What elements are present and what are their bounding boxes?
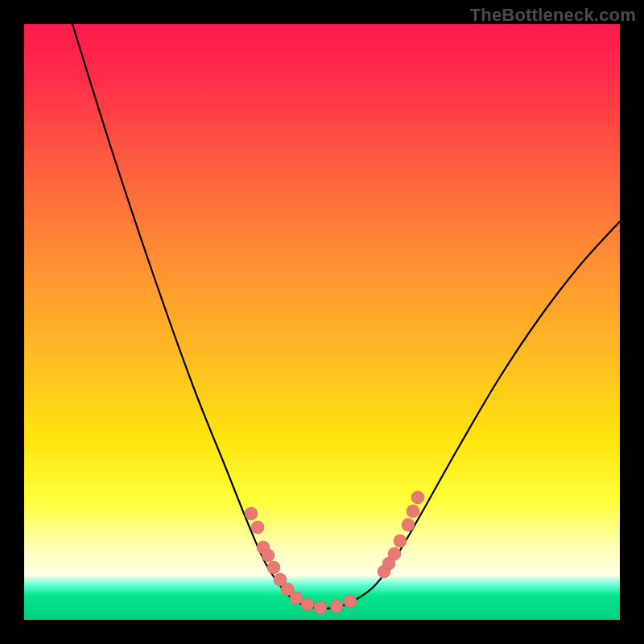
chart-svg <box>24 24 620 620</box>
bottleneck-curve <box>72 24 620 609</box>
data-marker <box>251 521 264 534</box>
data-marker <box>407 505 419 518</box>
data-marker <box>262 549 275 562</box>
plot-area <box>24 24 620 620</box>
data-marker <box>301 598 314 611</box>
data-marker <box>314 601 327 614</box>
data-marker <box>330 600 343 613</box>
data-marker <box>402 518 415 531</box>
chart-frame: TheBottleneck.com <box>0 0 644 644</box>
data-marker <box>344 595 357 608</box>
data-marker <box>245 507 258 520</box>
watermark-text: TheBottleneck.com <box>470 5 636 26</box>
marker-group <box>245 491 424 614</box>
data-marker <box>267 561 280 574</box>
data-marker <box>411 491 424 504</box>
data-marker <box>388 547 401 560</box>
data-marker <box>394 535 407 547</box>
data-marker <box>290 592 303 605</box>
